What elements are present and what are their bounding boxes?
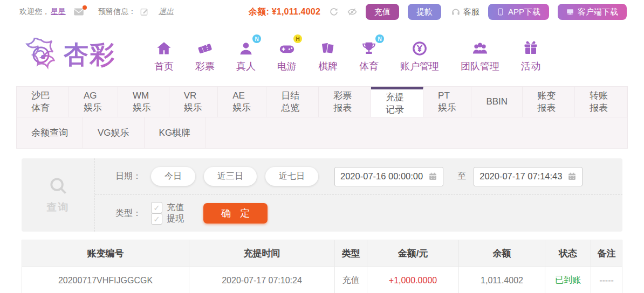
calendar-icon: [428, 172, 437, 181]
team-icon: [472, 40, 488, 57]
nav-item-boardgames[interactable]: 棋牌: [307, 37, 348, 73]
tab-WM娱乐[interactable]: WM娱乐: [118, 87, 169, 117]
headset-icon: [451, 7, 461, 17]
records-table: 账变编号充提时间类型金额/元余额状态备注20200717VHFIJGGCGK20…: [22, 240, 622, 293]
mail-icon[interactable]: [73, 8, 84, 16]
preset-近七日[interactable]: 近七日: [265, 167, 318, 186]
date-from-value: 2020-07-16 00:00:00: [340, 171, 423, 182]
table-cell: +1,000.0000: [367, 267, 459, 293]
eye-off-icon[interactable]: [347, 7, 357, 17]
table-header-cell: 充提时间: [189, 240, 335, 267]
username-link[interactable]: 星星: [51, 7, 66, 17]
nav-item-label: 棋牌: [318, 60, 338, 73]
nav-item-promo[interactable]: 活动: [510, 37, 551, 73]
tab-日结总览[interactable]: 日结总览: [266, 87, 319, 117]
gift-icon: [523, 40, 539, 57]
table-header-cell: 备注: [591, 240, 622, 267]
checkbox-box: ✓: [151, 213, 162, 225]
nav-item-account[interactable]: 账户管理: [389, 37, 450, 73]
nav-badge-live: N: [252, 34, 261, 43]
app-download-button[interactable]: APP下载: [488, 4, 549, 20]
gamepad-icon: [279, 40, 295, 57]
tab-余额查询[interactable]: 余额查询: [17, 117, 83, 148]
tab-VR娱乐[interactable]: VR娱乐: [169, 87, 218, 117]
ticket-icon: [197, 40, 213, 57]
date-from-input[interactable]: 2020-07-16 00:00:00: [334, 167, 443, 186]
table-cell: 已到账: [545, 267, 591, 293]
tab-彩票报表[interactable]: 彩票报表: [319, 87, 371, 117]
nav-item-lottery[interactable]: 彩票: [184, 37, 225, 73]
type-filter-row: 类型： ✓充值✓提现 确 定: [95, 195, 622, 232]
date-to-input[interactable]: 2020-07-17 07:14:43: [474, 167, 583, 186]
query-section: 查询: [22, 158, 95, 232]
topbar: 欢迎您， 星星 预留信息： 退出 余额: ¥1,011.4002 充值 提款 客…: [0, 0, 644, 24]
phone-icon: [497, 8, 504, 16]
reserved-info-label: 预留信息：: [98, 7, 136, 17]
nav-badge-sports: N: [375, 34, 384, 43]
coin-icon: [412, 40, 428, 57]
table-header-cell: 金额/元: [367, 240, 459, 267]
customer-service-link[interactable]: 客服: [451, 7, 479, 17]
nav-item-label: 首页: [154, 60, 174, 73]
checkbox-提现[interactable]: ✓提现: [151, 213, 184, 225]
table-row: 20200717VHFIJGGCGK2020-07-17 07:10:24充值+…: [22, 267, 622, 293]
nav-item-label: 活动: [521, 60, 540, 73]
trophy-icon: [361, 40, 377, 57]
refresh-icon[interactable]: [329, 7, 339, 17]
edit-icon[interactable]: [140, 8, 149, 16]
table-cell: 充值: [335, 267, 367, 293]
client-download-button[interactable]: 客户端下载: [558, 4, 627, 20]
app-download-label: APP下载: [508, 7, 540, 17]
nav-item-label: 电游: [277, 60, 297, 73]
nav-item-label: 体育: [359, 60, 379, 73]
nav-item-team[interactable]: 团队管理: [450, 37, 510, 73]
tab-账变报表[interactable]: 账变报表: [523, 87, 575, 117]
welcome-text: 欢迎您，: [19, 7, 50, 17]
nav-item-home[interactable]: 首页: [143, 37, 184, 73]
cards-icon: [320, 40, 336, 57]
date-presets: 今日近三日近七日: [151, 167, 327, 186]
tab-沙巴体育[interactable]: 沙巴体育: [17, 87, 69, 117]
table-cell: -----: [591, 267, 622, 293]
filter-panel: 查询 日期： 今日近三日近七日 2020-07-16 00:00:00 至 20…: [22, 158, 622, 232]
date-to-label: 至: [457, 171, 466, 182]
nav-item-label: 账户管理: [400, 60, 439, 73]
checkbox-label: 充值: [167, 202, 184, 213]
tab-AE娱乐[interactable]: AE娱乐: [218, 87, 266, 117]
monitor-icon: [566, 8, 574, 16]
table-cell: 20200717VHFIJGGCGK: [22, 267, 189, 293]
table-header-cell: 余额: [459, 240, 545, 267]
tab-AG娱乐[interactable]: AG娱乐: [69, 87, 118, 117]
type-label: 类型：: [115, 208, 141, 219]
confirm-button[interactable]: 确 定: [203, 203, 268, 224]
tab-VG娱乐[interactable]: VG娱乐: [83, 117, 145, 148]
tab-KG棋牌[interactable]: KG棋牌: [145, 117, 206, 148]
logout-link[interactable]: 退出: [159, 7, 174, 17]
tab-row-row2: 余额查询VG娱乐KG棋牌: [17, 117, 627, 148]
nav-item-label: 团队管理: [461, 60, 499, 73]
nav-item-egames[interactable]: H电游: [266, 37, 307, 73]
tab-转账报表[interactable]: 转账报表: [575, 87, 627, 117]
main-nav: 首页彩票N真人H电游棋牌N体育账户管理团队管理活动: [143, 37, 551, 73]
logo-text: 杏彩: [64, 38, 115, 72]
recharge-button[interactable]: 充值: [366, 4, 399, 20]
tab-充提记录[interactable]: 充提记录: [371, 87, 423, 117]
balance-value: ¥1,011.4002: [272, 7, 320, 16]
withdraw-button[interactable]: 提款: [408, 4, 441, 20]
checkbox-充值[interactable]: ✓充值: [151, 202, 184, 213]
nav-badge-egames: H: [293, 34, 302, 43]
tab-strip: 沙巴体育AG娱乐WM娱乐VR娱乐AE娱乐日结总览彩票报表充提记录PT娱乐BBIN…: [16, 86, 628, 149]
filter-rows: 日期： 今日近三日近七日 2020-07-16 00:00:00 至 2020-…: [95, 158, 622, 232]
table-header-cell: 类型: [335, 240, 367, 267]
nav-item-label: 真人: [236, 60, 256, 73]
preset-近三日[interactable]: 近三日: [204, 167, 257, 186]
balance-label: 余额:: [249, 7, 269, 16]
nav-item-live[interactable]: N真人: [225, 37, 266, 73]
date-filter-row: 日期： 今日近三日近七日 2020-07-16 00:00:00 至 2020-…: [95, 158, 622, 195]
nav-item-sports[interactable]: N体育: [348, 37, 389, 73]
site-logo[interactable]: 杏彩: [24, 38, 115, 72]
preset-今日[interactable]: 今日: [151, 167, 195, 186]
logo-flower-icon: [24, 38, 58, 72]
tab-BBIN[interactable]: BBIN: [471, 87, 523, 117]
tab-PT娱乐[interactable]: PT娱乐: [423, 87, 471, 117]
